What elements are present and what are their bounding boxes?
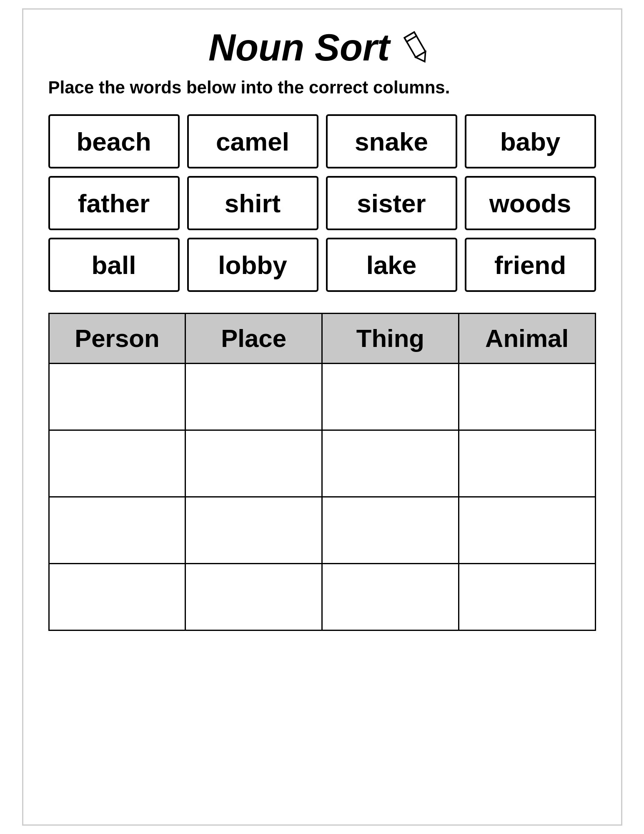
word-card: father [48, 176, 180, 230]
page-title: Noun Sort [208, 26, 390, 69]
word-card: lake [326, 238, 457, 292]
sort-table: PersonPlaceThingAnimal [48, 313, 596, 631]
table-cell[interactable] [322, 430, 459, 497]
table-row [49, 497, 595, 564]
table-cell[interactable] [459, 497, 595, 564]
word-card: baby [465, 114, 596, 168]
word-card: sister [326, 176, 457, 230]
pencil-icon [398, 29, 436, 67]
table-cell[interactable] [322, 364, 459, 430]
word-card: shirt [187, 176, 318, 230]
table-column-header: Place [185, 314, 322, 364]
table-cell[interactable] [185, 430, 322, 497]
table-column-header: Person [49, 314, 185, 364]
table-cell[interactable] [322, 497, 459, 564]
word-card: ball [48, 238, 180, 292]
table-column-header: Thing [322, 314, 459, 364]
word-grid: beachcamelsnakebabyfathershirtsisterwood… [48, 114, 596, 292]
subtitle: Place the words below into the correct c… [48, 78, 596, 98]
table-cell[interactable] [49, 564, 185, 631]
table-cell[interactable] [459, 564, 595, 631]
word-card: friend [465, 238, 596, 292]
word-card: lobby [187, 238, 318, 292]
table-column-header: Animal [459, 314, 595, 364]
table-cell[interactable] [49, 364, 185, 430]
table-body [49, 364, 595, 631]
table-cell[interactable] [185, 497, 322, 564]
table-cell[interactable] [322, 564, 459, 631]
word-card: snake [326, 114, 457, 168]
page: Noun Sort Place the words below into the… [22, 8, 622, 826]
table-row [49, 364, 595, 430]
table-header-row: PersonPlaceThingAnimal [49, 314, 595, 364]
table-cell[interactable] [185, 364, 322, 430]
word-card: beach [48, 114, 180, 168]
table-cell[interactable] [459, 364, 595, 430]
table-cell[interactable] [49, 430, 185, 497]
table-row [49, 564, 595, 631]
word-card: camel [187, 114, 318, 168]
page-header: Noun Sort [48, 26, 596, 69]
table-cell[interactable] [49, 497, 185, 564]
table-row [49, 430, 595, 497]
table-cell[interactable] [185, 564, 322, 631]
word-card: woods [465, 176, 596, 230]
table-cell[interactable] [459, 430, 595, 497]
